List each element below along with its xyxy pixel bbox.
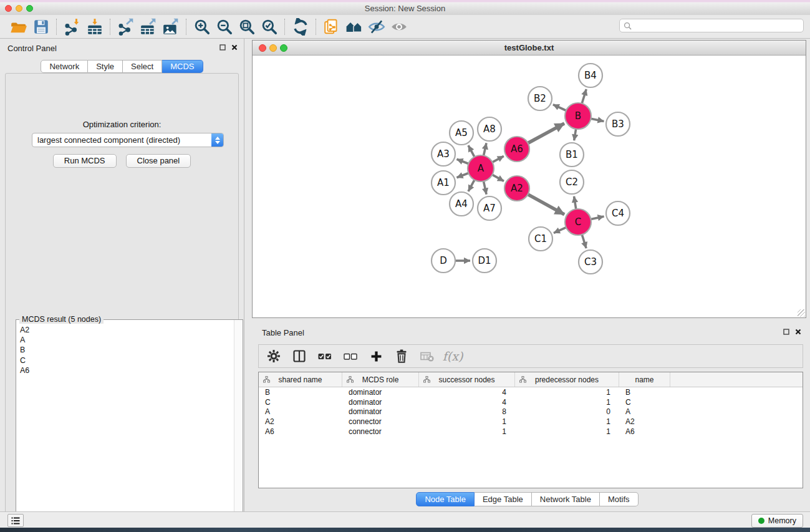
save-icon — [32, 18, 50, 36]
network-canvas[interactable]: AA1A3A5A8A4A7A6A2BB1B2B3B4CC1C2C3C4DD1 — [253, 55, 806, 317]
tab-motifs[interactable]: Motifs — [600, 492, 639, 506]
tab-network-table[interactable]: Network Table — [532, 492, 600, 506]
table-cell: 0 — [515, 407, 619, 416]
graph-node-A2[interactable]: A2 — [504, 176, 529, 201]
graph-node-B[interactable]: B — [565, 103, 591, 129]
graph-edge-A-A7[interactable] — [483, 181, 486, 195]
graph-node-A5[interactable]: A5 — [450, 121, 473, 145]
graph-node-A1[interactable]: A1 — [432, 171, 455, 195]
table-cell: dominator — [342, 388, 419, 397]
close-panel-icon[interactable] — [231, 44, 238, 51]
graph-node-A8[interactable]: A8 — [478, 117, 501, 141]
graph-node-C3[interactable]: C3 — [579, 250, 602, 274]
export-image-button[interactable] — [160, 17, 182, 37]
zoom-in-button[interactable] — [191, 17, 213, 37]
delete-column-button[interactable] — [394, 349, 409, 364]
graph-node-B1[interactable]: B1 — [560, 143, 584, 167]
graph-edge-C-C2[interactable] — [574, 196, 576, 210]
apply-layout-button[interactable] — [289, 17, 312, 37]
criterion-dropdown[interactable]: largest connected component (directed) — [32, 133, 224, 147]
column-header-shared-name[interactable]: shared name — [259, 372, 342, 387]
graph-edge-A6-B[interactable] — [528, 123, 564, 143]
memory-button[interactable]: Memory — [751, 514, 803, 528]
tab-style[interactable]: Style — [88, 60, 123, 73]
column-header-predecessor-nodes[interactable]: predecessor nodes — [515, 372, 619, 387]
graph-edge-B-B4[interactable] — [582, 89, 586, 104]
table-row[interactable]: A6connector11A6 — [259, 427, 803, 437]
graph-edge-B-B1[interactable] — [574, 129, 576, 141]
graph-node-C2[interactable]: C2 — [560, 170, 584, 194]
graph-node-B2[interactable]: B2 — [528, 87, 552, 110]
graph-edge-A-A4[interactable] — [468, 180, 475, 191]
show-column-button[interactable] — [292, 349, 307, 364]
hide-selected-button[interactable] — [365, 17, 388, 37]
mcds-result-scrollbar[interactable] — [234, 320, 243, 530]
float-table-panel-icon[interactable] — [783, 329, 789, 335]
column-header-successor-nodes[interactable]: successor nodes — [419, 372, 515, 387]
graph-edge-A2-C[interactable] — [528, 195, 565, 215]
tab-select[interactable]: Select — [123, 60, 162, 73]
graph-node-A6[interactable]: A6 — [504, 137, 529, 162]
graph-edge-A-A2[interactable] — [492, 175, 504, 181]
table-row[interactable]: A2connector11A2 — [259, 417, 803, 427]
zoom-out-button[interactable] — [213, 17, 236, 37]
graph-node-A[interactable]: A — [468, 155, 494, 181]
graph-edge-B-B3[interactable] — [591, 118, 604, 121]
import-table-icon — [86, 18, 104, 36]
resize-grip-icon[interactable] — [798, 309, 805, 317]
delete-table-button[interactable] — [420, 349, 435, 364]
save-session-button[interactable] — [30, 17, 52, 37]
network-graph[interactable]: AA1A3A5A8A4A7A6A2BB1B2B3B4CC1C2C3C4DD1 — [253, 55, 806, 317]
graph-node-C1[interactable]: C1 — [529, 227, 552, 251]
column-header-mcds-role[interactable]: MCDS role — [342, 372, 419, 387]
table-row[interactable]: Adominator80A — [259, 407, 803, 417]
network-from-selection-button[interactable] — [321, 17, 343, 37]
graph-edge-A-A6[interactable] — [493, 156, 504, 162]
graph-edge-C-C4[interactable] — [591, 216, 604, 220]
export-network-button[interactable] — [115, 17, 137, 37]
table-settings-button[interactable] — [266, 349, 281, 364]
create-column-button[interactable] — [369, 349, 383, 364]
open-file-button[interactable] — [7, 17, 30, 37]
graph-edge-C-C3[interactable] — [582, 235, 586, 248]
select-all-columns-button[interactable] — [317, 349, 332, 364]
first-neighbors-button[interactable] — [343, 17, 365, 37]
float-panel-icon[interactable] — [219, 44, 226, 51]
graph-edge-A-A1[interactable] — [456, 173, 468, 178]
import-table-button[interactable] — [84, 17, 106, 37]
unselect-all-columns-button[interactable] — [343, 349, 358, 364]
import-network-button[interactable] — [61, 17, 84, 37]
tab-edge-table[interactable]: Edge Table — [475, 492, 532, 506]
export-table-button[interactable] — [137, 17, 160, 37]
graph-node-A3[interactable]: A3 — [432, 142, 455, 166]
graph-edge-B-B2[interactable] — [553, 105, 566, 111]
graph-edge-C-C1[interactable] — [554, 228, 566, 233]
zoom-fit-button[interactable] — [236, 17, 258, 37]
graph-node-A7[interactable]: A7 — [478, 196, 501, 220]
graph-edge-A-A8[interactable] — [484, 143, 486, 155]
graph-edge-A-A3[interactable] — [456, 159, 468, 163]
tab-node-table[interactable]: Node Table — [416, 492, 475, 506]
tab-mcds[interactable]: MCDS — [162, 60, 203, 73]
graph-node-B3[interactable]: B3 — [606, 112, 630, 136]
graph-edge-A-A5[interactable] — [468, 145, 475, 157]
mcds-result-list[interactable]: A2ABCA6 — [17, 325, 234, 530]
graph-node-B4[interactable]: B4 — [579, 64, 602, 87]
zoom-selected-button[interactable] — [258, 17, 281, 37]
show-panels-button[interactable] — [7, 514, 24, 527]
graph-node-D1[interactable]: D1 — [473, 249, 496, 273]
graph-node-C4[interactable]: C4 — [606, 201, 630, 225]
search-input[interactable] — [634, 21, 803, 31]
graph-node-D[interactable]: D — [432, 249, 455, 273]
show-all-button[interactable] — [388, 17, 410, 37]
function-builder-button[interactable]: f(x) — [445, 349, 460, 364]
run-mcds-button[interactable]: Run MCDS — [53, 154, 117, 168]
graph-node-C[interactable]: C — [565, 209, 591, 235]
close-table-panel-icon[interactable] — [795, 329, 801, 335]
table-row[interactable]: Cdominator41C — [259, 397, 803, 407]
column-header-name[interactable]: name — [619, 372, 670, 387]
tab-network[interactable]: Network — [41, 60, 88, 73]
graph-node-A4[interactable]: A4 — [450, 192, 473, 216]
close-panel-button[interactable]: Close panel — [126, 154, 191, 168]
table-row[interactable]: Bdominator41B — [259, 387, 803, 397]
